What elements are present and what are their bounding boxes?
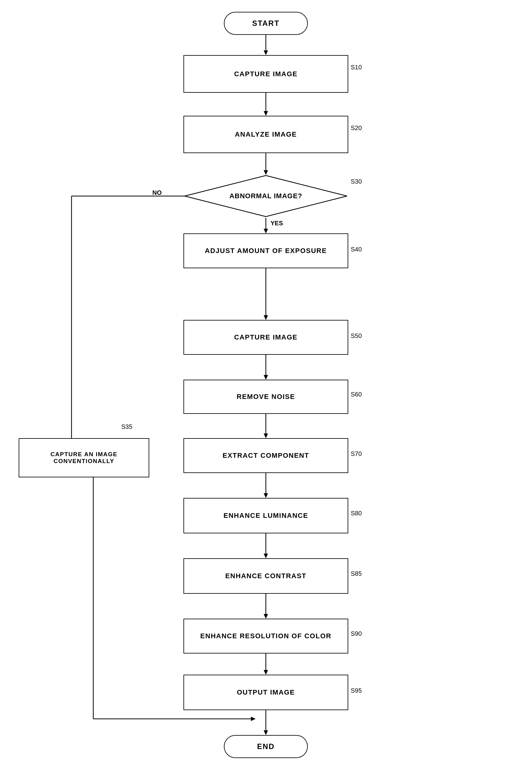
s90-step: S90	[351, 630, 362, 637]
svg-marker-1	[264, 50, 268, 55]
start-label: START	[252, 19, 280, 28]
s80-label: ENHANCE LUMINANCE	[224, 511, 308, 520]
svg-marker-21	[264, 670, 268, 675]
s30-step: S30	[351, 178, 362, 185]
s70-label: EXTRACT COMPONENT	[223, 451, 309, 460]
s30-label: ABNORMAL IMAGE?	[229, 192, 303, 200]
end-terminal: END	[224, 735, 308, 758]
svg-marker-7	[264, 229, 268, 234]
s60-step: S60	[351, 391, 362, 398]
s60-process: REMOVE NOISE	[183, 380, 348, 414]
s35-label: CAPTURE AN IMAGE CONVENTIONALLY	[19, 451, 149, 465]
s20-step: S20	[351, 124, 362, 132]
svg-marker-19	[264, 614, 268, 619]
s70-step: S70	[351, 450, 362, 457]
s80-process: ENHANCE LUMINANCE	[183, 498, 348, 533]
s10-step: S10	[351, 64, 362, 71]
svg-marker-17	[264, 553, 268, 558]
yes-label: YES	[271, 220, 283, 227]
flowchart: START CAPTURE IMAGE S10 ANALYZE IMAGE S2…	[0, 0, 532, 773]
svg-marker-13	[264, 433, 268, 438]
s85-step: S85	[351, 570, 362, 577]
svg-marker-11	[264, 375, 268, 380]
s35-process: CAPTURE AN IMAGE CONVENTIONALLY	[19, 438, 149, 477]
svg-marker-15	[264, 493, 268, 498]
start-terminal: START	[224, 12, 308, 35]
s85-process: ENHANCE CONTRAST	[183, 558, 348, 594]
s30-decision: ABNORMAL IMAGE?	[183, 174, 348, 218]
svg-marker-9	[264, 315, 268, 320]
svg-marker-23	[264, 730, 268, 735]
s90-process: ENHANCE RESOLUTION OF COLOR	[183, 619, 348, 654]
s95-label: OUTPUT IMAGE	[237, 688, 295, 697]
s80-step: S80	[351, 510, 362, 517]
s20-label: ANALYZE IMAGE	[235, 130, 297, 138]
s50-step: S50	[351, 332, 362, 340]
s40-process: ADJUST AMOUNT OF EXPOSURE	[183, 234, 348, 268]
s10-label: CAPTURE IMAGE	[234, 70, 298, 78]
svg-marker-31	[251, 717, 256, 721]
s50-label: CAPTURE IMAGE	[234, 333, 298, 341]
s95-process: OUTPUT IMAGE	[183, 675, 348, 710]
s95-step: S95	[351, 687, 362, 694]
s40-step: S40	[351, 246, 362, 253]
svg-marker-3	[264, 111, 268, 116]
s35-step: S35	[121, 423, 132, 430]
s90-label: ENHANCE RESOLUTION OF COLOR	[200, 632, 331, 640]
s10-process: CAPTURE IMAGE	[183, 55, 348, 93]
s60-label: REMOVE NOISE	[237, 393, 295, 401]
s50-process: CAPTURE IMAGE	[183, 320, 348, 355]
s85-label: ENHANCE CONTRAST	[225, 572, 306, 580]
no-label: NO	[152, 189, 162, 197]
end-label: END	[257, 742, 275, 751]
s20-process: ANALYZE IMAGE	[183, 116, 348, 153]
s70-process: EXTRACT COMPONENT	[183, 438, 348, 473]
s40-label: ADJUST AMOUNT OF EXPOSURE	[205, 247, 327, 255]
